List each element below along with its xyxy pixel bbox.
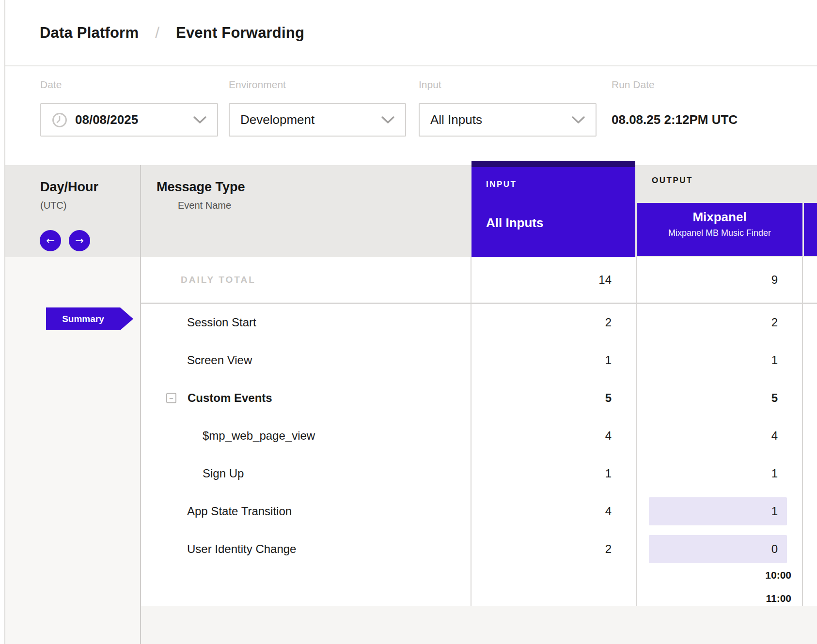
summary-row-badge[interactable]: Summary (46, 307, 133, 330)
input-dropdown[interactable]: All Inputs (419, 103, 597, 137)
event-row-label: Session Start (141, 316, 256, 329)
highlight-cell-background (649, 497, 787, 525)
event-row-label: $mp_web_page_view (141, 429, 315, 443)
breadcrumb-section[interactable]: Data Platform (40, 24, 139, 42)
input-count-cell: 2 (471, 304, 637, 341)
output-column-header-mixpanel[interactable]: Mixpanel Mixpanel MB Music Finder (637, 203, 802, 256)
input-column-name: All Inputs (486, 215, 543, 230)
date-value: 08/08/2025 (75, 112, 138, 127)
daily-total-output-cell: 9 (637, 257, 803, 303)
table-row-custom-events: − Custom Events 5 5 (141, 379, 817, 417)
hour-label-10[interactable]: 10:00 (765, 569, 791, 581)
hour-rail-header: Day/Hour (UTC) ← → (5, 165, 140, 257)
date-filter-label: Date (40, 79, 62, 91)
event-row-label: User Identity Change (141, 542, 296, 556)
daily-total-label: DAILY TOTAL (141, 275, 256, 285)
event-row-label: App State Transition (141, 505, 292, 518)
hour-label-11[interactable]: 11:00 (766, 593, 791, 604)
output-column-header-partial[interactable] (804, 203, 817, 256)
date-dropdown[interactable]: 08/08/2025 (40, 103, 218, 137)
chevron-down-icon (381, 116, 394, 124)
output-count-cell-highlighted: 1 (637, 492, 803, 530)
day-hour-title: Day/Hour (40, 180, 98, 195)
collapse-minus-icon[interactable]: − (166, 393, 176, 403)
breadcrumb: Data Platform / Event Forwarding (5, 0, 817, 66)
event-forwarding-page: Data Platform / Event Forwarding Date 08… (0, 0, 817, 644)
input-filter-label: Input (419, 79, 441, 91)
input-column-header[interactable]: INPUT All Inputs (471, 161, 635, 257)
daily-total-row: DAILY TOTAL 14 9 (141, 257, 817, 304)
output-count-cell-highlighted: 0 (637, 530, 803, 568)
table-header-band: Message Type Event Name INPUT All Inputs… (141, 165, 817, 257)
utc-subtitle: (UTC) (40, 200, 66, 211)
event-row-label: Custom Events (141, 391, 272, 405)
output-count-cell: 1 (637, 455, 803, 492)
column-divider (471, 257, 471, 644)
table-row: User Identity Change 2 0 (141, 530, 817, 568)
input-count-cell: 4 (471, 417, 637, 455)
input-count-cell: 2 (471, 530, 637, 568)
message-type-title: Message Type (157, 180, 245, 195)
input-count-cell: 1 (471, 455, 637, 492)
input-section-label: INPUT (486, 180, 517, 189)
hour-column-divider (140, 165, 141, 644)
table-row: Screen View 1 1 (141, 341, 817, 379)
daily-total-input-cell: 14 (471, 257, 637, 303)
chevron-down-icon (193, 116, 206, 124)
environment-value: Development (240, 112, 314, 127)
input-filter-value: All Inputs (430, 112, 482, 127)
output-count-cell: 1 (637, 341, 803, 379)
column-divider (636, 257, 637, 644)
page-title: Event Forwarding (176, 24, 304, 42)
table-row: Sign Up 1 1 (141, 455, 817, 492)
environment-filter-label: Environment (229, 79, 286, 91)
output-column-name: Mixpanel (637, 210, 802, 225)
output-count-cell: 2 (637, 304, 803, 341)
input-column-top-accent (471, 161, 635, 167)
summary-badge-label: Summary (62, 314, 104, 324)
input-count-cell: 5 (471, 379, 637, 417)
event-row-label: Sign Up (141, 467, 244, 480)
prev-day-button[interactable]: ← (40, 230, 61, 251)
output-count-cell: 4 (637, 417, 803, 455)
table-row: Session Start 2 2 (141, 304, 817, 341)
clock-icon (52, 112, 67, 128)
output-column-subtitle: Mixpanel MB Music Finder (637, 228, 802, 238)
event-name-subtitle: Event Name (178, 200, 231, 211)
table-row: $mp_web_page_view 4 4 (141, 417, 817, 455)
column-divider (802, 257, 803, 644)
next-day-button[interactable]: → (69, 230, 90, 251)
event-row-label: Screen View (141, 353, 252, 367)
input-count-cell: 1 (471, 341, 637, 379)
chevron-down-icon (572, 116, 585, 124)
environment-dropdown[interactable]: Development (229, 103, 406, 137)
table-footer-band (141, 606, 817, 644)
output-count-cell: 5 (637, 379, 803, 417)
breadcrumb-separator: / (155, 24, 159, 42)
run-date-label: Run Date (612, 79, 655, 91)
input-count-cell: 4 (471, 492, 637, 530)
table-row: App State Transition 4 1 (141, 492, 817, 530)
output-section-label: OUTPUT (652, 176, 693, 185)
table-body: DAILY TOTAL 14 9 Session Start 2 2 Scree… (141, 257, 817, 568)
run-date-value: 08.08.25 2:12PM UTC (612, 112, 738, 127)
highlight-cell-background (649, 535, 787, 563)
